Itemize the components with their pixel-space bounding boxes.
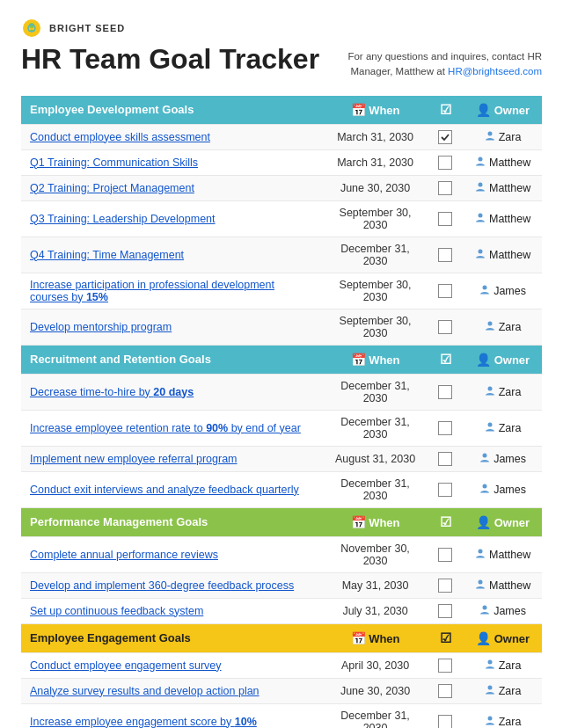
svg-point-4 (478, 157, 482, 162)
checkbox-unchecked[interactable] (438, 421, 452, 435)
svg-point-6 (478, 214, 482, 218)
goal-check-recruitment-2[interactable] (428, 446, 464, 471)
goal-owner-employee-dev-2: Matthew (464, 175, 542, 200)
checkbox-unchecked[interactable] (438, 248, 452, 262)
checkbox-unchecked[interactable] (438, 212, 452, 226)
section-check-engagement: ☑ (428, 623, 464, 652)
goal-check-employee-dev-4[interactable] (428, 237, 464, 273)
svg-point-9 (487, 322, 492, 326)
header-contact: For any questions and inquires, contact … (347, 49, 542, 80)
goal-check-recruitment-1[interactable] (428, 410, 464, 446)
goal-check-engagement-2[interactable] (428, 703, 464, 728)
goal-task-employee-dev-4[interactable]: Q4 Training: Time Management (21, 237, 323, 273)
goal-check-employee-dev-1[interactable] (428, 149, 464, 175)
owner-name: Zara (499, 321, 522, 333)
contact-email[interactable]: HR@brightseed.com (448, 66, 542, 76)
checkbox-unchecked[interactable] (438, 483, 452, 497)
goal-task-engagement-0[interactable]: Conduct employee engagement survey (21, 652, 323, 678)
goal-check-employee-dev-3[interactable] (428, 200, 464, 237)
checkbox-unchecked[interactable] (438, 452, 452, 466)
checkbox-checked[interactable] (438, 130, 452, 144)
table-row: Implement new employee referral program … (21, 446, 542, 471)
owner-name: Zara (499, 422, 522, 434)
owner-name: Zara (499, 685, 522, 697)
owner-icon (485, 320, 495, 333)
goal-check-performance-1[interactable] (428, 572, 464, 598)
owner-icon (475, 548, 486, 561)
svg-point-16 (483, 606, 487, 610)
goal-check-recruitment-0[interactable] (428, 374, 464, 410)
svg-point-14 (478, 550, 482, 554)
owner-name: Matthew (489, 182, 530, 194)
goal-task-employee-dev-3[interactable]: Q3 Training: Leadership Development (21, 200, 323, 237)
checkbox-unchecked[interactable] (438, 548, 452, 562)
goal-owner-performance-2: James (464, 598, 542, 623)
goal-task-employee-dev-6[interactable]: Develop mentorship program (21, 309, 323, 345)
checkbox-unchecked[interactable] (438, 684, 452, 698)
svg-point-5 (478, 183, 482, 187)
svg-point-19 (487, 717, 492, 721)
goal-task-employee-dev-2[interactable]: Q2 Training: Project Management (21, 175, 323, 200)
goal-check-employee-dev-2[interactable] (428, 175, 464, 200)
section-label-performance: Performance Management Goals (21, 507, 323, 536)
section-when-performance: 📅 When (323, 507, 427, 536)
goal-check-engagement-0[interactable] (428, 652, 464, 678)
checkbox-unchecked[interactable] (438, 715, 452, 729)
table-row: Analyze survey results and develop actio… (21, 678, 542, 703)
goal-task-employee-dev-0[interactable]: Conduct employee skills assessment (21, 124, 323, 149)
checkbox-unchecked[interactable] (438, 579, 452, 593)
svg-point-15 (478, 580, 482, 585)
goal-task-performance-1[interactable]: Develop and implement 360-degree feedbac… (21, 572, 323, 598)
goal-when-engagement-2: December 31, 2030 (323, 703, 427, 728)
section-check-recruitment: ☑ (428, 345, 464, 374)
owner-icon (479, 452, 490, 465)
table-row: Q3 Training: Leadership Development Sept… (21, 200, 542, 237)
goal-check-performance-2[interactable] (428, 598, 464, 623)
goal-owner-employee-dev-3: Matthew (464, 200, 542, 237)
goal-task-engagement-2[interactable]: Increase employee engagement score by 10… (21, 703, 323, 728)
goal-owner-engagement-2: Zara (464, 703, 542, 728)
goal-check-performance-0[interactable] (428, 536, 464, 572)
logo-area: BRIGHT SEED (21, 18, 542, 39)
owner-name: James (494, 484, 526, 496)
checkbox-unchecked[interactable] (438, 385, 452, 399)
table-row: Set up continuous feedback system July 3… (21, 598, 542, 623)
owner-name: Matthew (489, 213, 530, 225)
goal-when-employee-dev-2: June 30, 2030 (323, 175, 427, 200)
goal-task-employee-dev-5[interactable]: Increase participation in professional d… (21, 273, 323, 309)
goal-check-employee-dev-6[interactable] (428, 309, 464, 345)
goal-when-performance-1: May 31, 2030 (323, 572, 427, 598)
checkbox-unchecked[interactable] (438, 284, 452, 298)
checkbox-unchecked[interactable] (438, 181, 452, 195)
goal-when-recruitment-3: December 31, 2030 (323, 471, 427, 507)
owner-name: Matthew (489, 157, 530, 169)
goal-task-employee-dev-1[interactable]: Q1 Training: Communication Skills (21, 149, 323, 175)
goal-owner-employee-dev-0: Zara (464, 124, 542, 149)
svg-point-12 (483, 454, 487, 458)
goal-task-engagement-1[interactable]: Analyze survey results and develop actio… (21, 678, 323, 703)
goal-owner-employee-dev-1: Matthew (464, 149, 542, 175)
goal-check-engagement-1[interactable] (428, 678, 464, 703)
section-when-engagement: 📅 When (323, 623, 427, 652)
goal-task-recruitment-2[interactable]: Implement new employee referral program (21, 446, 323, 471)
goal-task-performance-2[interactable]: Set up continuous feedback system (21, 598, 323, 623)
owner-name: James (494, 285, 526, 297)
goal-check-employee-dev-0[interactable] (428, 124, 464, 149)
table-row: Increase employee retention rate to 90% … (21, 410, 542, 446)
checkbox-unchecked[interactable] (438, 659, 452, 673)
goal-task-recruitment-1[interactable]: Increase employee retention rate to 90% … (21, 410, 323, 446)
goal-task-recruitment-3[interactable]: Conduct exit interviews and analyze feed… (21, 471, 323, 507)
goal-check-recruitment-3[interactable] (428, 471, 464, 507)
checkbox-unchecked[interactable] (438, 156, 452, 170)
checkbox-unchecked[interactable] (438, 604, 452, 618)
owner-name: Zara (499, 131, 522, 143)
owner-name: James (494, 453, 526, 465)
owner-icon (479, 483, 490, 496)
goal-task-recruitment-0[interactable]: Decrease time-to-hire by 20 days (21, 374, 323, 410)
goal-when-employee-dev-3: September 30, 2030 (323, 200, 427, 237)
table-row: Conduct employee engagement survey April… (21, 652, 542, 678)
checkbox-unchecked[interactable] (438, 320, 452, 334)
goal-check-employee-dev-5[interactable] (428, 273, 464, 309)
owner-name: Matthew (489, 549, 530, 561)
goal-task-performance-0[interactable]: Complete annual performance reviews (21, 536, 323, 572)
